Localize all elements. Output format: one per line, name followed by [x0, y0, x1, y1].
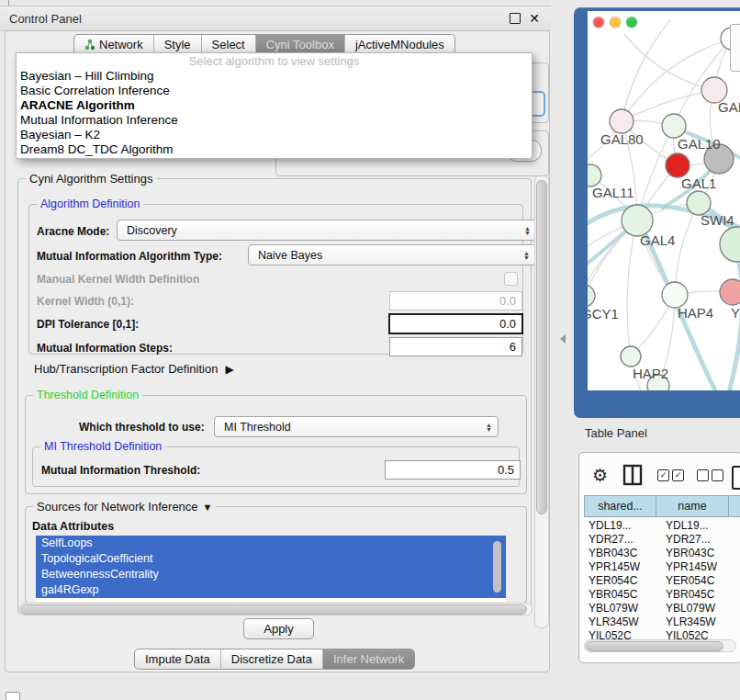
data-attributes-label: Data Attributes: [32, 520, 114, 533]
network-edge[interactable]: [622, 20, 670, 121]
tab-label: Select: [212, 35, 245, 54]
select-all-checkbox-icon2[interactable]: ✓: [672, 469, 684, 481]
network-node-gcy1[interactable]: [588, 285, 595, 307]
which-threshold-combo[interactable]: MI Threshold ▲▼: [214, 416, 499, 437]
aracne-mode-value: Discovery: [127, 224, 177, 237]
tab-label: Impute Data: [145, 649, 210, 669]
sources-legend[interactable]: Sources for Network Inference ▼: [33, 500, 216, 514]
select-all-checkbox-icon[interactable]: ✓: [657, 469, 669, 481]
node-label: Y: [731, 305, 740, 321]
network-node-hap4[interactable]: [662, 282, 688, 308]
menu-item-bayesian-k2[interactable]: Bayesian – K2: [17, 128, 532, 142]
table-row[interactable]: YPR145WYPR145W9.: [584, 560, 740, 574]
settings-hscroll-thumb[interactable]: [20, 604, 527, 615]
expand-arrow-icon: ▶: [225, 363, 233, 376]
dpi-tolerance-label: DPI Tolerance [0,1]:: [37, 318, 139, 331]
table-horizontal-scrollbar[interactable]: [584, 639, 736, 652]
threshold-definition-legend: Threshold Definition: [33, 389, 142, 401]
column-header-cut[interactable]: [729, 495, 740, 517]
mit-field[interactable]: 0.5: [385, 460, 521, 480]
hub-definition-label: Hub/Transcription Factor Definition: [34, 362, 218, 376]
network-node-gal11[interactable]: [588, 164, 601, 186]
menu-item-basic-correlation-inference[interactable]: Basic Correlation Inference: [17, 84, 532, 98]
table-hscroll-thumb[interactable]: [586, 641, 723, 651]
attribute-item[interactable]: TopologicalCoefficient: [36, 551, 506, 567]
dpi-tolerance-value: 0.0: [499, 317, 516, 331]
settings-vertical-scrollbar[interactable]: [534, 175, 549, 628]
table-row[interactable]: YBR043CYBR043C: [584, 547, 740, 560]
tab-infer-network[interactable]: Infer Network: [322, 649, 414, 669]
network-node-gal1[interactable]: [666, 153, 690, 177]
menu-item-bayesian-hill-climbing[interactable]: Bayesian – Hill Climbing: [17, 69, 532, 84]
float-window-icon[interactable]: [510, 13, 521, 24]
kernel-width-value: 0.0: [499, 294, 516, 308]
close-icon[interactable]: ✕: [529, 14, 540, 23]
network-node[interactable]: [720, 227, 740, 262]
menu-item-aracne-algorithm[interactable]: ARACNE Algorithm: [17, 98, 532, 113]
network-node-gal80[interactable]: [610, 109, 633, 133]
zoom-traffic-light[interactable]: [626, 17, 637, 28]
column-settings-icon[interactable]: [622, 464, 643, 486]
network-view-canvas[interactable]: GALGAL80GAL10GAL1GAL11SWI4GAL4GCY1HAP4YH…: [588, 11, 740, 390]
combo-arrows-icon: ▲▼: [519, 226, 531, 235]
attribute-item[interactable]: gal4RGexp: [36, 582, 506, 598]
tab-select[interactable]: Select: [201, 35, 255, 54]
tab-jactivemnodules[interactable]: jActiveMNodules: [344, 35, 454, 54]
splitpane-collapse-icon[interactable]: [560, 334, 566, 344]
data-attributes-list[interactable]: SelfLoopsTopologicalCoefficientBetweenne…: [36, 536, 506, 602]
tab-cyni-toolbox[interactable]: Cyni Toolbox: [255, 35, 344, 54]
tab-style[interactable]: Style: [153, 35, 201, 54]
network-icon: [84, 39, 95, 51]
settings-vscroll-thumb[interactable]: [536, 180, 547, 514]
manual-kernel-checkbox[interactable]: [504, 272, 518, 286]
node-label: GAL10: [678, 136, 721, 152]
cut-off-toolbar: [730, 24, 740, 72]
column-header-shared...[interactable]: shared...: [584, 495, 656, 517]
desktop: Control Panel ✕ NetworkStyleSelectCyni T…: [0, 0, 740, 700]
table-row[interactable]: YDL19...YDL19...13: [584, 519, 740, 533]
deselect-all-checkbox-icon2[interactable]: [712, 469, 723, 481]
table-row[interactable]: YBL079WYBL079W: [584, 602, 740, 615]
network-edge[interactable]: [675, 203, 699, 295]
deselect-all-checkbox-icon[interactable]: [697, 469, 709, 481]
hub-definition-toggle[interactable]: Hub/Transcription Factor Definition ▶: [34, 362, 234, 376]
menu-item-dream8-dc-tdc-algorithm[interactable]: Dream8 DC_TDC Algorithm: [17, 142, 532, 157]
mi-steps-field[interactable]: 6: [389, 337, 522, 356]
mi-algorithm-type-combo[interactable]: Naive Bayes ▲▼: [248, 244, 536, 265]
gear-icon[interactable]: ⚙: [592, 465, 608, 486]
network-node-hap2[interactable]: [621, 346, 641, 367]
menu-item-mutual-information-inference[interactable]: Mutual Information Inference: [17, 113, 532, 128]
tab-network[interactable]: Network: [74, 35, 153, 54]
table-cell: YPR145W: [659, 560, 737, 574]
tab-impute-data[interactable]: Impute Data: [135, 649, 220, 669]
document-icon[interactable]: [732, 466, 740, 490]
minimize-traffic-light[interactable]: [610, 17, 621, 28]
settings-horizontal-scrollbar[interactable]: [18, 603, 533, 615]
attribute-item[interactable]: BetweennessCentrality: [36, 567, 506, 582]
attribute-item[interactable]: SelfLoops: [36, 536, 506, 551]
network-edge[interactable]: [624, 34, 714, 90]
table-row[interactable]: YDR27...YDR27...12: [584, 533, 740, 547]
table-row[interactable]: YBR045CYBR045C9.: [584, 588, 740, 602]
aracne-mode-combo[interactable]: Discovery ▲▼: [117, 220, 537, 241]
network-node-gal4[interactable]: [622, 205, 653, 236]
node-label: SWI4: [701, 212, 734, 228]
dpi-tolerance-field[interactable]: 0.0: [388, 313, 523, 334]
combo-arrows-icon: ▲▼: [480, 423, 492, 432]
network-node-y[interactable]: [720, 279, 740, 305]
table-row[interactable]: YER054CYER054C8.: [584, 574, 740, 588]
mi-threshold-definition-legend: MI Threshold Definition: [40, 440, 165, 453]
list-scrollbar-thumb[interactable]: [493, 541, 501, 593]
network-edge[interactable]: [627, 220, 637, 356]
apply-button[interactable]: Apply: [243, 618, 314, 639]
table-row[interactable]: YLR345WYLR345W9.: [584, 615, 740, 629]
column-header-name[interactable]: name: [656, 495, 729, 517]
algorithm-dropdown-menu: Select algorithm to view settings Bayesi…: [16, 52, 533, 159]
table-cell: YBL079W: [584, 602, 659, 615]
network-node-gal10[interactable]: [662, 114, 686, 138]
combo-arrows-icon: ▲▼: [518, 251, 530, 260]
close-traffic-light[interactable]: [593, 17, 604, 28]
kernel-width-field[interactable]: 0.0: [389, 291, 522, 310]
tab-discretize-data[interactable]: Discretize Data: [220, 649, 322, 669]
table-cell: YBR043C: [584, 547, 659, 560]
